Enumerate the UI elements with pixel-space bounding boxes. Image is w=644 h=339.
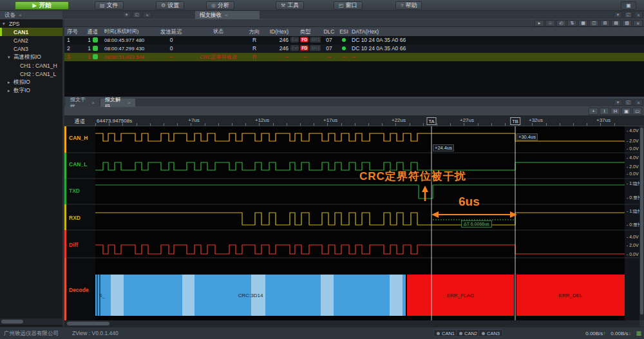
close-icon[interactable]: × xyxy=(143,12,151,18)
channel-chip-icon xyxy=(93,54,98,59)
screenshot-button[interactable]: ▣ xyxy=(621,1,636,10)
cell-type: ExtFDBRS xyxy=(290,44,321,53)
list-icon[interactable]: ▤ xyxy=(611,20,621,26)
down-arrow-icon: ↓ xyxy=(628,331,630,336)
tree-item-can1[interactable]: CAN1 xyxy=(0,28,62,36)
scrollbar-corner xyxy=(639,320,644,327)
collapse-icon[interactable]: ▭ xyxy=(632,108,642,115)
menu-analysis-button[interactable]: ◎分析 xyxy=(206,1,234,10)
scroll-icon[interactable]: ⇅ xyxy=(567,20,577,26)
tree-item-ch2[interactable]: CH2 : CAN1_L xyxy=(0,70,62,78)
tab-device[interactable]: 设备× xyxy=(0,11,62,19)
col-time[interactable]: 时间(系统时间) xyxy=(104,27,151,35)
timeline-label: +17us xyxy=(323,117,337,123)
col-status[interactable]: 状态 xyxy=(193,27,243,35)
chevron-right-icon[interactable]: ▸ xyxy=(8,88,10,93)
menu-window-button[interactable]: ◰窗口 xyxy=(334,1,363,10)
dropdown-icon[interactable]: ▾ xyxy=(614,12,622,18)
column-icon[interactable]: ◫ xyxy=(589,20,599,26)
message-toolbar: ▸ ☆ ◴ ⇅ ▦ ◫ ⊞ ▤ ▧ ≡ xyxy=(64,19,644,27)
snapshot-icon[interactable]: ▣ xyxy=(621,108,631,115)
tab-message-decode[interactable]: 报文解码× xyxy=(100,99,135,107)
star-icon[interactable]: ☆ xyxy=(545,20,555,26)
close-icon[interactable]: × xyxy=(128,100,131,106)
close-icon[interactable]: × xyxy=(634,99,643,106)
close-icon[interactable]: × xyxy=(91,100,95,106)
table-row[interactable]: 1 1 08:00:45.977 480 0 R 246 ExtFDBRS 07… xyxy=(64,36,644,44)
tree-item-zps[interactable]: ▾ZPS xyxy=(0,19,62,28)
status-badge-can3[interactable]: CAN3 xyxy=(478,329,503,337)
tree-item-analog-io[interactable]: ▸模拟IO xyxy=(0,78,62,86)
cell-no: 3 xyxy=(66,53,82,61)
tree-item-can2[interactable]: CAN2 xyxy=(0,36,62,44)
float-icon[interactable]: ◱ xyxy=(624,99,632,106)
menu-file-button[interactable]: ▤文件 xyxy=(95,1,124,10)
cursor-tag-tb[interactable]: TB xyxy=(510,117,520,125)
timer-icon[interactable]: ◴ xyxy=(556,20,566,26)
filter-icon[interactable]: ▧ xyxy=(622,20,632,26)
playback-icon[interactable]: ▸ xyxy=(535,20,544,26)
tab-message-receive[interactable]: 报文接收× xyxy=(195,11,260,19)
scrollbar-thumb[interactable] xyxy=(640,128,643,315)
menu-bar: ▶开始 ▤文件 ⚙设置 ◎分析 ⚒工具 ◰窗口 ?帮助 ▣ xyxy=(0,0,644,11)
menu-help-button[interactable]: ?帮助 xyxy=(395,1,422,10)
tree-item-can3[interactable]: CAN3 xyxy=(0,44,62,53)
menu-icon[interactable]: ≡ xyxy=(633,20,643,26)
start-button[interactable]: ▶开始 xyxy=(15,1,69,10)
close-icon[interactable]: × xyxy=(19,12,22,18)
tab-message-disturb[interactable]: 报文干扰× xyxy=(66,99,99,107)
col-esi[interactable]: ESI xyxy=(337,27,350,35)
network-icon: ▦ xyxy=(636,330,641,336)
table-row[interactable]: 2 1 08:00:47.299 430 0 R 246 ExtFDBRS 07… xyxy=(64,44,644,53)
add-panel-icon[interactable]: ⊞ xyxy=(600,20,610,26)
col-channel[interactable]: 通道 xyxy=(82,27,103,35)
cell-channel: 1 xyxy=(82,44,103,53)
col-type[interactable]: 类型 xyxy=(290,27,321,35)
cursor-icon[interactable]: I xyxy=(600,108,609,115)
timeline-label: +22us xyxy=(392,117,406,123)
fit-horizontal-icon[interactable]: H xyxy=(611,108,620,115)
table-empty-area xyxy=(64,61,644,97)
close-icon[interactable]: × xyxy=(634,12,643,18)
scrollbar-thumb[interactable] xyxy=(1,320,23,324)
chevron-right-icon[interactable]: ▸ xyxy=(8,80,10,85)
channel-dot-icon xyxy=(459,332,462,335)
dropdown-icon[interactable]: ▾ xyxy=(614,99,622,106)
col-no[interactable]: 序号 xyxy=(66,27,82,35)
cursor-tag-ta[interactable]: TA xyxy=(426,117,436,125)
menu-settings-button[interactable]: ⚙设置 xyxy=(156,1,184,10)
channel-dot-icon xyxy=(482,332,485,335)
col-data[interactable]: DATA(Hex) xyxy=(352,27,635,35)
status-badge-can2[interactable]: CAN2 xyxy=(456,329,480,337)
gear-icon: ⚙ xyxy=(161,3,166,8)
col-dlc[interactable]: DLC xyxy=(322,27,336,35)
tree-item-hs-analog-io[interactable]: ▾高速模拟IO xyxy=(0,53,62,61)
waveform-view[interactable]: CRC:3D14S_ERR_FLAGERR_DEL CRC定界符位被干扰 6us… xyxy=(64,126,644,320)
table-row-error[interactable]: 3 1 08:00:51.433 548 -- CRC定界符错误 R -- --… xyxy=(64,53,644,61)
float-icon[interactable]: ◱ xyxy=(133,12,141,18)
upload-rate: 0.00B/s↑ xyxy=(585,331,605,336)
cell-type: -- xyxy=(290,53,321,61)
wave-dock-controls: ▾◱× xyxy=(614,99,643,106)
col-id[interactable]: ID(Hex) xyxy=(267,27,289,35)
timeline-ruler[interactable]: 通道 64473.947508s +7us+12us+17us+22us+27u… xyxy=(64,116,644,126)
status-badge-can1[interactable]: CAN1 xyxy=(433,329,458,337)
dropdown-icon[interactable]: ▾ xyxy=(122,12,131,18)
tree-item-ch1[interactable]: CH1 : CAN1_H xyxy=(0,61,62,70)
zoom-in-icon[interactable]: + xyxy=(589,108,598,115)
cell-esi xyxy=(337,36,350,44)
chevron-down-icon[interactable]: ▾ xyxy=(8,55,10,60)
wave-horizontal-scrollbar[interactable] xyxy=(64,320,639,327)
col-delay[interactable]: 发送延迟 xyxy=(151,27,192,35)
tree-item-digital-io[interactable]: ▸数字IO xyxy=(0,86,62,95)
scrollbar-thumb[interactable] xyxy=(67,322,109,325)
chevron-down-icon[interactable]: ▾ xyxy=(3,21,5,26)
cell-type: ExtFDBRS xyxy=(290,36,321,44)
col-direction[interactable]: 方向 xyxy=(243,27,265,35)
menu-tools-button[interactable]: ⚒工具 xyxy=(276,1,304,10)
close-icon[interactable]: × xyxy=(225,12,228,18)
float-icon[interactable]: ◱ xyxy=(624,12,632,18)
grid-icon[interactable]: ▦ xyxy=(578,20,588,26)
wave-vertical-scrollbar[interactable] xyxy=(639,126,644,320)
sidebar-scrollbar[interactable] xyxy=(0,318,62,325)
